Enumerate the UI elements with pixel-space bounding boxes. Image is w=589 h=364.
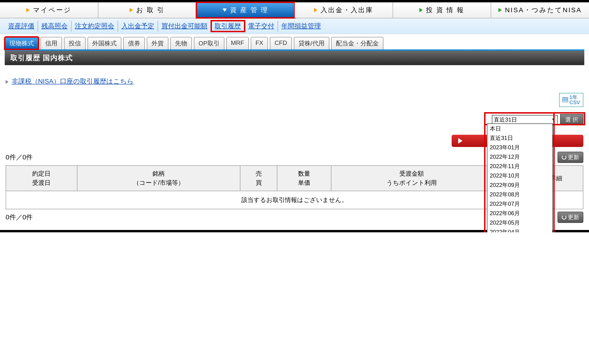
- tab-fx[interactable]: FX: [251, 37, 268, 49]
- period-selected-value: 直近31日: [494, 116, 517, 124]
- period-option[interactable]: 本日: [487, 124, 552, 133]
- result-count-top: 0件／0件: [6, 153, 33, 162]
- csv-icon: [563, 98, 568, 102]
- th-amount: 受渡金額うちポイント利用: [331, 166, 492, 191]
- main-nav: マイページ お 取 引 資 産 管 理 入出金・入出庫 投 資 情 報 NISA…: [0, 2, 589, 18]
- period-option[interactable]: 2022年12月: [487, 152, 552, 162]
- nav-label: NISA・つみたてNISA: [505, 6, 582, 15]
- tab-fxcurr[interactable]: 外貨: [147, 37, 168, 49]
- result-count-bottom: 0件／0件: [6, 213, 33, 222]
- play-icon: [458, 138, 462, 144]
- tab-mrf[interactable]: MRF: [226, 37, 249, 49]
- period-option[interactable]: 2022年08月: [487, 190, 552, 199]
- arrow-right-icon: [314, 8, 317, 12]
- period-option[interactable]: 2022年05月: [487, 218, 552, 228]
- subnav-balance[interactable]: 残高照会: [38, 21, 72, 32]
- th-qty: 数量単価: [277, 166, 331, 191]
- period-option[interactable]: 2022年06月: [487, 208, 552, 218]
- subnav-buyable[interactable]: 買付出金可能額: [158, 21, 211, 32]
- nav-assets[interactable]: 資 産 管 理: [196, 2, 295, 18]
- tab-options[interactable]: OP取引: [194, 37, 224, 49]
- nav-deposit[interactable]: 入出金・入出庫: [295, 2, 393, 18]
- period-option[interactable]: 2022年11月: [487, 162, 552, 171]
- th-stock: 銘柄（コード/市場等）: [77, 166, 240, 191]
- tab-margin[interactable]: 信用: [40, 37, 62, 49]
- tab-spot[interactable]: 現物株式: [5, 37, 39, 49]
- tab-cfd[interactable]: CFD: [270, 37, 292, 49]
- nav-invest[interactable]: 投 資 情 報: [393, 2, 491, 18]
- subnav-history[interactable]: 取引履歴: [211, 21, 245, 32]
- period-option[interactable]: 2022年07月: [487, 199, 552, 208]
- nav-label: お 取 引: [136, 6, 165, 15]
- tab-foreign[interactable]: 外国株式: [87, 37, 121, 49]
- arrow-right-icon: [26, 8, 30, 12]
- nav-label: マイページ: [33, 6, 72, 15]
- period-option[interactable]: 2023年01月: [487, 143, 552, 152]
- nisa-history-link[interactable]: 非課税（NISA）口座の取引履歴はこちら: [12, 78, 134, 85]
- arrow-down-icon: [223, 8, 227, 12]
- product-tabs: 現物株式 信用 投信 外国株式 債券 外貨 先物 OP取引 MRF FX CFD…: [0, 34, 589, 49]
- subnav-order[interactable]: 注文約定照会: [72, 21, 118, 32]
- tab-futures[interactable]: 先物: [170, 37, 192, 49]
- section-header: 取引履歴 国内株式: [5, 49, 584, 65]
- arrow-right-icon: [498, 8, 502, 12]
- subnav-eval[interactable]: 資産評価: [5, 21, 38, 32]
- th-date: 約定日受渡日: [6, 166, 77, 191]
- period-option[interactable]: 直近31日: [487, 133, 552, 143]
- triangle-bullet-icon: [6, 80, 8, 84]
- tab-lending[interactable]: 貸株/代用: [294, 37, 329, 49]
- period-option[interactable]: 2022年04月: [487, 228, 552, 232]
- nav-mypage[interactable]: マイページ: [0, 2, 98, 18]
- tab-dividend[interactable]: 配当金・分配金: [331, 37, 383, 49]
- subnav-deposit-sched[interactable]: 入出金予定: [118, 21, 158, 32]
- tab-bond[interactable]: 債券: [123, 37, 145, 49]
- chevron-down-icon: ▼: [551, 117, 556, 123]
- sub-nav: 資産評価 残高照会 注文約定照会 入出金予定 買付出金可能額 取引履歴 電子交付…: [0, 18, 589, 34]
- nav-label: 資 産 管 理: [230, 6, 268, 15]
- period-option[interactable]: 2022年09月: [487, 180, 552, 190]
- refresh-icon: [562, 155, 566, 160]
- period-dropdown: 本日直近31日2023年01月2022年12月2022年11月2022年10月2…: [487, 124, 553, 232]
- csv-1year-button[interactable]: 1年 CSV: [559, 93, 583, 107]
- nav-trade[interactable]: お 取 引: [98, 2, 197, 18]
- tab-fund[interactable]: 投信: [64, 37, 86, 49]
- period-option[interactable]: 2022年10月: [487, 171, 552, 180]
- th-buysell: 売買: [240, 166, 277, 191]
- nav-label: 入出金・入出庫: [321, 6, 373, 15]
- nav-label: 投 資 情 報: [426, 6, 464, 15]
- refresh-button-top[interactable]: 更新: [557, 152, 583, 163]
- refresh-icon: [562, 215, 566, 220]
- arrow-right-icon: [130, 8, 133, 12]
- nav-nisa[interactable]: NISA・つみたてNISA: [491, 2, 589, 18]
- subnav-edoc[interactable]: 電子交付: [245, 21, 278, 32]
- subnav-annual[interactable]: 年間損益管理: [278, 21, 324, 32]
- nisa-link-line: 非課税（NISA）口座の取引履歴はこちら: [6, 77, 583, 86]
- select-button[interactable]: 選 択: [560, 114, 583, 125]
- csv-label: 1年 CSV: [569, 95, 580, 105]
- arrow-right-icon: [419, 8, 423, 12]
- refresh-button-bottom[interactable]: 更新: [557, 212, 583, 223]
- period-select[interactable]: 直近31日 ▼: [492, 115, 558, 124]
- period-select-row: 直近31日 ▼ 選 択 本日直近31日2023年01月2022年12月2022年…: [6, 114, 583, 125]
